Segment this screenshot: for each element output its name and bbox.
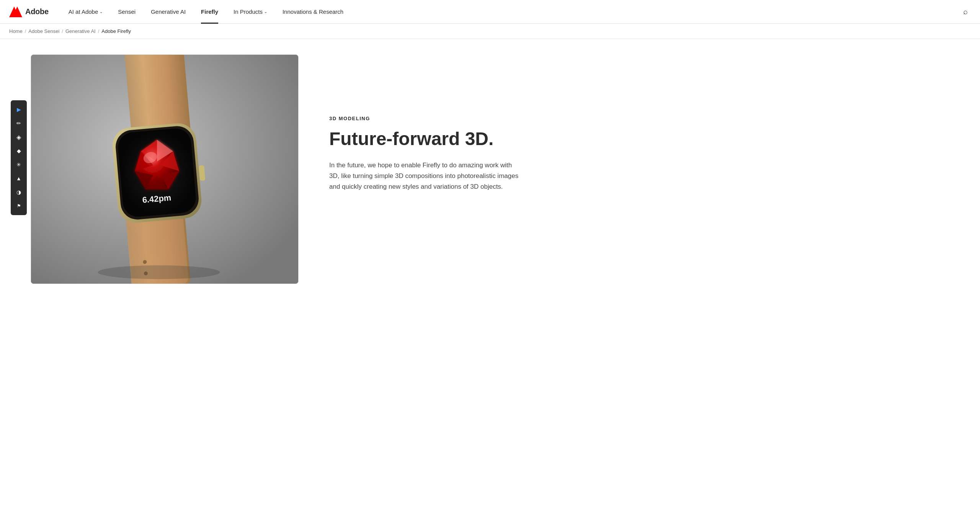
- nav-item-firefly[interactable]: Firefly: [193, 0, 226, 24]
- search-button[interactable]: ⌕: [960, 4, 971, 19]
- content-tag: 3D MODELING: [329, 116, 521, 121]
- content-heading: Future-forward 3D.: [329, 129, 521, 149]
- adjust-icon: ✳: [16, 162, 21, 168]
- pencil-icon: ✏: [16, 120, 21, 126]
- nav-label-ai-at-adobe: AI at Adobe: [69, 8, 98, 15]
- select-icon: ▶: [17, 106, 21, 113]
- chevron-down-icon: ⌄: [100, 10, 103, 14]
- nav-items: AI at Adobe ⌄ Sensei Generative AI Firef…: [61, 0, 960, 24]
- nav-item-generative-ai[interactable]: Generative AI: [143, 0, 193, 24]
- nav-item-ai-at-adobe[interactable]: AI at Adobe ⌄: [61, 0, 111, 24]
- breadcrumb-home[interactable]: Home: [9, 28, 23, 34]
- nav-label-in-products: In Products: [234, 8, 263, 15]
- effect-icon: ⚑: [17, 203, 21, 209]
- watch-illustration: 6.42pm: [31, 55, 298, 284]
- nav-item-innovations-research[interactable]: Innovations & Research: [275, 0, 351, 24]
- toolbar: ▶ ✏ ◈ ◆ ✳ ▲ ◑ ⚑: [11, 100, 27, 215]
- svg-point-24: [98, 265, 220, 279]
- tool-effect[interactable]: ⚑: [13, 200, 25, 212]
- fill-icon: ▲: [16, 175, 21, 181]
- breadcrumb-sensei[interactable]: Adobe Sensei: [28, 28, 59, 34]
- watch-svg: 6.42pm: [31, 55, 298, 284]
- breadcrumb-sep-2: /: [62, 28, 63, 34]
- tool-pencil[interactable]: ✏: [13, 117, 25, 129]
- eraser-icon: ◈: [16, 134, 21, 141]
- right-panel: 3D MODELING Future-forward 3D. In the fu…: [329, 54, 521, 192]
- adobe-wordmark: Adobe: [25, 7, 49, 16]
- chevron-down-icon-2: ⌄: [264, 10, 267, 14]
- tool-eraser[interactable]: ◈: [13, 131, 25, 143]
- nav-item-in-products[interactable]: In Products ⌄: [226, 0, 275, 24]
- tool-shape[interactable]: ◆: [13, 145, 25, 157]
- tool-select[interactable]: ▶: [13, 103, 25, 116]
- breadcrumb-sep-3: /: [98, 28, 100, 34]
- nav-label-firefly: Firefly: [201, 8, 218, 15]
- left-panel: ▶ ✏ ◈ ◆ ✳ ▲ ◑ ⚑: [31, 54, 299, 284]
- tool-fill[interactable]: ▲: [13, 172, 25, 184]
- nav-label-sensei: Sensei: [118, 8, 136, 15]
- watch-image-container: 6.42pm: [31, 54, 299, 284]
- tool-adjust[interactable]: ✳: [13, 158, 25, 171]
- search-icon: ⌕: [963, 7, 968, 16]
- main-content: ▶ ✏ ◈ ◆ ✳ ▲ ◑ ⚑: [0, 39, 980, 526]
- breadcrumb-current: Adobe Firefly: [101, 28, 131, 34]
- navigation: Adobe AI at Adobe ⌄ Sensei Generative AI…: [0, 0, 980, 24]
- breadcrumb-generative-ai[interactable]: Generative AI: [65, 28, 96, 34]
- nav-item-sensei[interactable]: Sensei: [110, 0, 143, 24]
- breadcrumb: Home / Adobe Sensei / Generative AI / Ad…: [0, 24, 980, 39]
- adobe-logo-icon: [9, 7, 22, 17]
- shape-icon: ◆: [17, 148, 21, 154]
- nav-label-generative-ai: Generative AI: [151, 8, 186, 15]
- adobe-logo[interactable]: Adobe: [9, 7, 49, 17]
- nav-label-innovations-research: Innovations & Research: [283, 8, 343, 15]
- content-body: In the future, we hope to enable Firefly…: [329, 160, 521, 192]
- tool-contrast[interactable]: ◑: [13, 186, 25, 198]
- breadcrumb-sep-1: /: [25, 28, 26, 34]
- contrast-icon: ◑: [16, 189, 21, 195]
